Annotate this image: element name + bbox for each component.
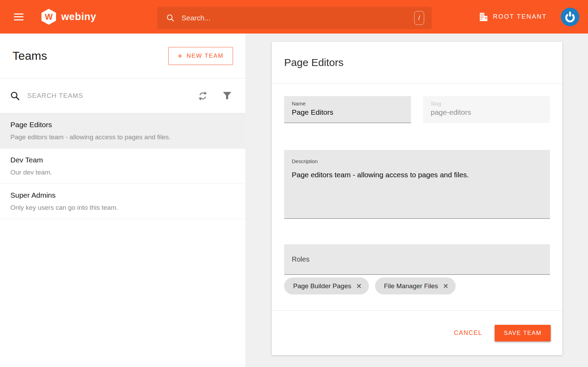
plus-icon: +	[178, 52, 183, 60]
team-form-footer: CANCEL SAVE TEAM	[272, 310, 562, 355]
team-name: Super Admins	[10, 191, 235, 199]
global-search-bar[interactable]: /	[157, 7, 432, 29]
team-form-card: Page Editors Name Slug Description Page …	[272, 42, 562, 355]
user-avatar[interactable]	[561, 8, 579, 26]
save-team-button[interactable]: SAVE TEAM	[495, 325, 551, 341]
filter-icon[interactable]	[223, 92, 232, 100]
building-icon	[479, 12, 488, 21]
teams-list-panel: Teams + NEW TEAM Pag	[0, 34, 245, 367]
roles-chip-row: Page Builder Pages ✕ File Manager Files …	[284, 277, 550, 294]
chip-remove-icon[interactable]: ✕	[356, 283, 362, 290]
menu-icon[interactable]	[14, 13, 24, 20]
cancel-button[interactable]: CANCEL	[452, 329, 484, 337]
new-team-button[interactable]: + NEW TEAM	[168, 47, 233, 65]
description-value: Page editors team - allowing access to p…	[292, 171, 542, 179]
teams-panel-header: Teams + NEW TEAM	[0, 34, 245, 78]
tenant-label: ROOT TENANT	[493, 13, 547, 20]
search-shortcut-badge: /	[414, 11, 424, 25]
search-icon	[166, 14, 175, 22]
refresh-icon[interactable]	[197, 91, 208, 101]
roles-select[interactable]: Roles	[284, 244, 550, 275]
tenant-selector[interactable]: ROOT TENANT	[477, 12, 549, 22]
search-icon	[10, 91, 20, 101]
webiny-wordmark: webiny	[61, 11, 96, 22]
description-field-label: Description	[292, 158, 542, 164]
webiny-hexagon-icon: W	[41, 9, 56, 25]
team-list-item-dev-team[interactable]: Dev Team Our dev team.	[0, 149, 245, 184]
team-name: Dev Team	[10, 156, 235, 164]
power-icon	[561, 8, 579, 26]
team-description: Only key users can go into this team.	[10, 204, 235, 211]
team-name: Page Editors	[10, 121, 235, 129]
chip-label: Page Builder Pages	[293, 282, 351, 290]
team-form-body: Name Slug Description Page editors team …	[272, 84, 562, 294]
roles-label: Roles	[292, 255, 309, 263]
slug-input	[431, 108, 541, 116]
top-bar-right: ROOT TENANT	[477, 0, 579, 34]
role-chip-page-builder-pages: Page Builder Pages ✕	[284, 277, 369, 294]
webiny-logo[interactable]: W webiny	[41, 9, 96, 25]
team-form-header: Page Editors	[272, 42, 562, 84]
slug-field: Slug	[423, 96, 550, 123]
name-input[interactable]	[292, 108, 402, 116]
team-list-item-super-admins[interactable]: Super Admins Only key users can go into …	[0, 184, 245, 219]
name-field[interactable]: Name	[284, 96, 411, 123]
teams-search-row	[0, 78, 245, 113]
description-field[interactable]: Description Page editors team - allowing…	[284, 150, 550, 219]
role-chip-file-manager-files: File Manager Files ✕	[375, 277, 456, 294]
teams-search-input[interactable]	[27, 92, 197, 100]
chip-remove-icon[interactable]: ✕	[443, 283, 449, 290]
chip-label: File Manager Files	[384, 282, 438, 290]
name-field-label: Name	[292, 101, 411, 106]
team-list-item-page-editors[interactable]: Page Editors Page editors team - allowin…	[0, 113, 245, 149]
slug-field-label: Slug	[431, 101, 550, 106]
team-details-area: Page Editors Name Slug Description Page …	[245, 34, 588, 367]
team-form-title: Page Editors	[284, 57, 344, 68]
team-description: Our dev team.	[10, 169, 235, 176]
top-app-bar: W webiny /	[0, 0, 588, 34]
team-description: Page editors team - allowing access to p…	[10, 133, 235, 141]
page-title: Teams	[12, 49, 47, 63]
global-search-input[interactable]	[181, 13, 414, 22]
